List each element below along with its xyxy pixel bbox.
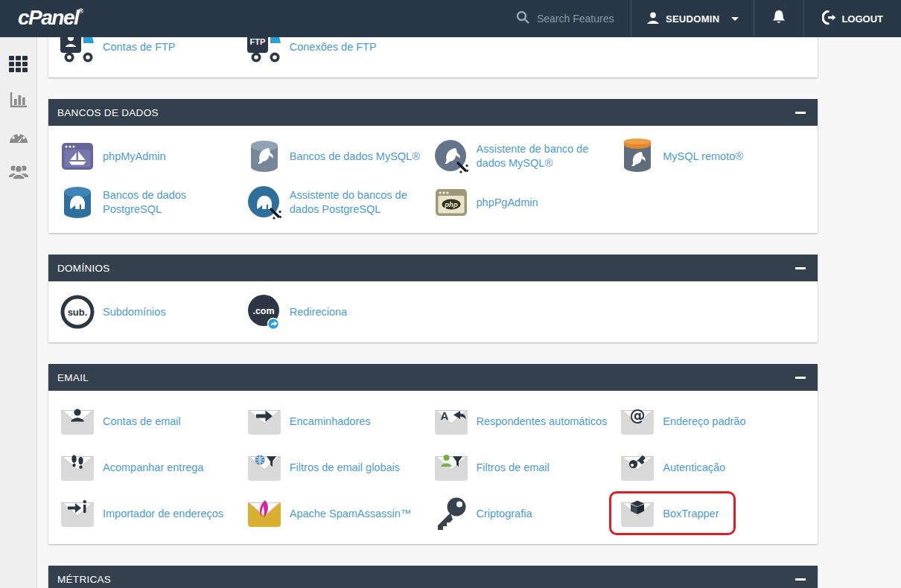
- section-body-domains: sub.Subdomínios.comRedireciona: [48, 281, 818, 342]
- logout-icon: [822, 10, 836, 27]
- navbar-right: SEUDOMIN LOGOUT: [500, 0, 901, 37]
- feature-item-label[interactable]: Filtros de email: [477, 461, 550, 475]
- feature-item-label[interactable]: Contas de email: [103, 415, 181, 429]
- track-delivery-icon: [60, 450, 95, 485]
- search-input[interactable]: [537, 13, 634, 25]
- feature-item-label[interactable]: Importador de endereços: [103, 507, 223, 521]
- feature-item-subdomains[interactable]: sub.Subdomínios: [60, 293, 246, 331]
- minus-icon: [795, 112, 806, 114]
- collapse-section-button[interactable]: [791, 255, 810, 281]
- sidebar-item-user-manager[interactable]: [0, 155, 36, 191]
- email-accounts-icon: [60, 403, 95, 439]
- feature-item-phppgadmin[interactable]: phpphpPgAdmin: [433, 183, 620, 222]
- collapse-section-button[interactable]: [791, 566, 810, 588]
- redirects-icon: .com: [246, 294, 282, 330]
- main-content: Contas de FTPFTPConexões de FTPBANCOS DE…: [48, 37, 818, 588]
- feature-item-redirects[interactable]: .comRedireciona: [246, 293, 433, 331]
- section-body-databases: phpMyAdminBancos de dados MySQL®Assisten…: [48, 126, 818, 233]
- section-header-metrics: MÉTRICAS: [48, 566, 818, 588]
- default-address-icon: @: [620, 403, 655, 439]
- feature-item-mysql-remote[interactable]: MySQL remoto®: [620, 137, 806, 176]
- feature-item-email-filters[interactable]: Filtros de email: [433, 448, 620, 487]
- feature-item-authentication[interactable]: Autenticação: [620, 448, 806, 487]
- minus-icon: [795, 578, 806, 581]
- feature-item-label[interactable]: Conexões de FTP: [290, 40, 377, 54]
- section-title: EMAIL: [48, 372, 89, 383]
- logout-button[interactable]: LOGOUT: [803, 0, 901, 37]
- feature-item-encryption[interactable]: Criptografia: [433, 494, 620, 533]
- feature-item-label[interactable]: Acompanhar entrega: [103, 461, 203, 475]
- sidebar-item-home[interactable]: [0, 48, 36, 83]
- minus-icon: [795, 267, 806, 269]
- search-features-box: [500, 0, 631, 37]
- feature-item-spamassassin[interactable]: Apache SpamAssassin™: [246, 494, 433, 533]
- feature-item-label[interactable]: Redireciona: [290, 305, 347, 319]
- feature-item-phpmyadmin[interactable]: phpMyAdmin: [60, 137, 246, 176]
- notifications-button[interactable]: [754, 0, 803, 37]
- feature-item-boxtrapper[interactable]: BoxTrapper: [620, 494, 806, 533]
- feature-item-label[interactable]: Assistente de banco de dados MySQL®: [477, 142, 620, 170]
- svg-text:.com: .com: [252, 306, 274, 316]
- feature-item-email-accounts[interactable]: Contas de email: [60, 402, 246, 441]
- mysql-remote-icon: [620, 138, 655, 174]
- feature-item-label[interactable]: Criptografia: [477, 507, 532, 521]
- feature-row: phpMyAdminBancos de dados MySQL®Assisten…: [60, 137, 806, 176]
- user-menu[interactable]: SEUDOMIN: [631, 0, 754, 37]
- feature-item-label[interactable]: Filtros de email globais: [290, 461, 400, 475]
- feature-row: Importador de endereçosApache SpamAssass…: [60, 494, 806, 533]
- search-icon: [515, 10, 530, 28]
- svg-text:A: A: [440, 409, 448, 422]
- svg-text:@: @: [630, 406, 646, 424]
- chevron-down-icon: [731, 17, 739, 21]
- feature-item-label[interactable]: Encaminhadores: [290, 415, 371, 429]
- feature-item-label[interactable]: Endereço padrão: [663, 415, 745, 429]
- section-databases: BANCOS DE DADOS phpMyAdminBancos de dado…: [48, 99, 818, 233]
- feature-item-label[interactable]: Autenticação: [663, 461, 725, 475]
- section-header-databases: BANCOS DE DADOS: [48, 99, 818, 126]
- feature-item-global-email-filters[interactable]: Filtros de email globais: [246, 448, 433, 487]
- feature-item-label[interactable]: Assistente do bancos de dados PostgreSQL: [290, 188, 433, 217]
- feature-item-label[interactable]: phpMyAdmin: [103, 150, 166, 164]
- feature-item-label[interactable]: BoxTrapper: [663, 507, 719, 521]
- feature-item-forwarders[interactable]: Encaminhadores: [246, 402, 433, 441]
- collapse-section-button[interactable]: [791, 99, 810, 126]
- feature-item-postgres-databases[interactable]: Bancos de dados PostgreSQL: [60, 183, 246, 222]
- mysql-databases-icon: [246, 138, 282, 174]
- feature-row: Contas de emailEncaminhadoresARespondent…: [60, 402, 806, 441]
- feature-item-label[interactable]: phpPgAdmin: [477, 196, 538, 210]
- authentication-icon: [620, 450, 655, 485]
- username-label: SEUDOMIN: [666, 13, 719, 25]
- section-metrics: MÉTRICAS: [48, 566, 818, 588]
- feature-item-mysql-databases[interactable]: Bancos de dados MySQL®: [246, 137, 433, 176]
- spamassassin-icon: [246, 496, 282, 531]
- feature-item-label[interactable]: Contas de FTP: [103, 40, 176, 54]
- sidebar-item-dashboard[interactable]: [0, 119, 36, 155]
- left-sidebar: [0, 37, 37, 588]
- feature-item-label[interactable]: Bancos de dados PostgreSQL: [103, 188, 246, 217]
- feature-item-label[interactable]: Subdomínios: [103, 305, 166, 319]
- bell-icon: [771, 9, 787, 28]
- feature-item-mysql-wizard[interactable]: Assistente de banco de dados MySQL®: [433, 137, 620, 176]
- cpanel-logo[interactable]: cPanel ®: [0, 0, 82, 37]
- sidebar-item-statistics[interactable]: [0, 83, 36, 119]
- feature-item-label[interactable]: Bancos de dados MySQL®: [290, 150, 420, 164]
- postgres-databases-icon: [60, 185, 95, 220]
- svg-text:php: php: [444, 200, 458, 208]
- grid-icon: [9, 56, 28, 75]
- feature-item-default-address[interactable]: @Endereço padrão: [620, 402, 806, 441]
- feature-item-label[interactable]: MySQL remoto®: [663, 150, 743, 164]
- feature-row: sub.Subdomínios.comRedireciona: [60, 293, 806, 331]
- feature-item-address-importer[interactable]: Importador de endereços: [60, 494, 246, 533]
- forwarders-icon: [246, 403, 282, 439]
- feature-item-label[interactable]: Apache SpamAssassin™: [290, 507, 412, 521]
- feature-row: Bancos de dados PostgreSQLAssistente do …: [60, 183, 806, 222]
- mysql-wizard-icon: [433, 138, 469, 174]
- feature-item-track-delivery[interactable]: Acompanhar entrega: [60, 448, 246, 487]
- address-importer-icon: [60, 496, 95, 531]
- feature-item-label[interactable]: Respondentes automáticos: [477, 415, 608, 429]
- section-header-domains: DOMÍNIOS: [48, 255, 818, 281]
- feature-item-autoresponders[interactable]: ARespondentes automáticos: [433, 402, 620, 441]
- phppgadmin-icon: php: [433, 185, 469, 220]
- collapse-section-button[interactable]: [791, 364, 810, 391]
- feature-item-postgres-wizard[interactable]: Assistente do bancos de dados PostgreSQL: [246, 183, 433, 222]
